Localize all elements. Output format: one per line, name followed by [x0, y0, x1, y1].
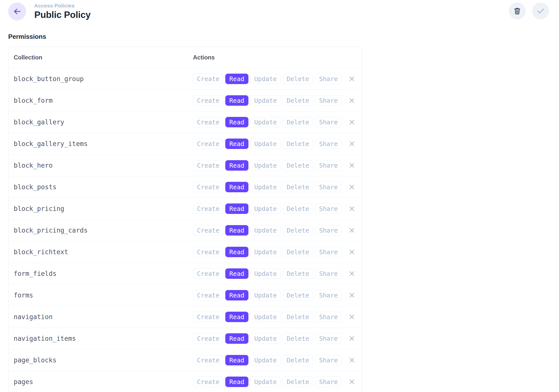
action-create-button[interactable]: Create [193, 268, 223, 279]
action-read-button[interactable]: Read [225, 312, 248, 322]
action-share-button[interactable]: Share [315, 139, 342, 149]
back-button[interactable] [8, 2, 26, 20]
remove-permission-button[interactable] [348, 204, 356, 213]
action-update-button[interactable]: Update [250, 203, 281, 214]
remove-permission-button[interactable] [348, 248, 356, 256]
remove-permission-button[interactable] [348, 269, 356, 278]
action-share-button[interactable]: Share [315, 247, 342, 257]
action-delete-button[interactable]: Delete [283, 268, 313, 279]
action-delete-button[interactable]: Delete [283, 95, 313, 106]
action-delete-button[interactable]: Delete [283, 355, 313, 365]
action-create-button[interactable]: Create [193, 160, 223, 171]
action-read-button[interactable]: Read [225, 117, 248, 127]
action-create-button[interactable]: Create [193, 74, 223, 84]
action-read-button[interactable]: Read [225, 290, 248, 300]
action-update-button[interactable]: Update [250, 74, 281, 84]
action-delete-button[interactable]: Delete [283, 117, 313, 127]
remove-permission-button[interactable] [348, 140, 356, 148]
action-delete-button[interactable]: Delete [283, 203, 313, 214]
action-create-button[interactable]: Create [193, 182, 223, 192]
remove-permission-button[interactable] [348, 161, 356, 170]
action-delete-button[interactable]: Delete [283, 312, 313, 322]
action-share-button[interactable]: Share [315, 312, 342, 322]
remove-permission-button[interactable] [348, 378, 356, 386]
action-share-button[interactable]: Share [315, 117, 342, 127]
action-delete-button[interactable]: Delete [283, 225, 313, 236]
action-read-button[interactable]: Read [225, 74, 248, 84]
action-create-button[interactable]: Create [193, 377, 223, 387]
action-read-button[interactable]: Read [225, 333, 248, 344]
action-read-button[interactable]: Read [225, 160, 248, 171]
action-share-button[interactable]: Share [315, 225, 342, 236]
action-read-button[interactable]: Read [225, 225, 248, 236]
action-update-button[interactable]: Update [250, 117, 281, 127]
action-read-button[interactable]: Read [225, 203, 248, 214]
row-actions: CreateReadUpdateDeleteShare [193, 203, 342, 214]
action-update-button[interactable]: Update [250, 268, 281, 279]
action-update-button[interactable]: Update [250, 377, 281, 387]
action-delete-button[interactable]: Delete [283, 160, 313, 171]
action-share-button[interactable]: Share [315, 203, 342, 214]
action-share-button[interactable]: Share [315, 377, 342, 387]
action-update-button[interactable]: Update [250, 312, 281, 322]
action-share-button[interactable]: Share [315, 95, 342, 106]
action-share-button[interactable]: Share [315, 268, 342, 279]
action-share-button[interactable]: Share [315, 160, 342, 171]
close-icon [348, 292, 356, 299]
action-create-button[interactable]: Create [193, 203, 223, 214]
action-create-button[interactable]: Create [193, 333, 223, 344]
action-update-button[interactable]: Update [250, 182, 281, 192]
action-update-button[interactable]: Update [250, 355, 281, 365]
action-read-button[interactable]: Read [225, 355, 248, 365]
action-share-button[interactable]: Share [315, 333, 342, 344]
remove-permission-button[interactable] [348, 118, 356, 126]
action-delete-button[interactable]: Delete [283, 247, 313, 257]
remove-permission-button[interactable] [348, 96, 356, 105]
row-actions: CreateReadUpdateDeleteShare [193, 182, 342, 192]
action-delete-button[interactable]: Delete [283, 290, 313, 300]
action-update-button[interactable]: Update [250, 95, 281, 106]
action-read-button[interactable]: Read [225, 95, 248, 106]
action-read-button[interactable]: Read [225, 139, 248, 149]
action-create-button[interactable]: Create [193, 225, 223, 236]
action-read-button[interactable]: Read [225, 247, 248, 257]
remove-permission-button[interactable] [348, 291, 356, 299]
action-delete-button[interactable]: Delete [283, 182, 313, 192]
remove-permission-button[interactable] [348, 75, 356, 83]
action-read-button[interactable]: Read [225, 268, 248, 279]
action-update-button[interactable]: Update [250, 247, 281, 257]
action-create-button[interactable]: Create [193, 117, 223, 127]
remove-permission-button[interactable] [348, 313, 356, 321]
action-create-button[interactable]: Create [193, 312, 223, 322]
remove-permission-button[interactable] [348, 356, 356, 364]
action-create-button[interactable]: Create [193, 139, 223, 149]
action-share-button[interactable]: Share [315, 74, 342, 84]
action-share-button[interactable]: Share [315, 290, 342, 300]
remove-permission-button[interactable] [348, 226, 356, 235]
delete-policy-button[interactable] [509, 2, 526, 19]
action-read-button[interactable]: Read [225, 377, 248, 387]
action-read-button[interactable]: Read [225, 182, 248, 192]
remove-permission-button[interactable] [348, 334, 356, 343]
action-create-button[interactable]: Create [193, 355, 223, 365]
action-delete-button[interactable]: Delete [283, 74, 313, 84]
action-delete-button[interactable]: Delete [283, 377, 313, 387]
action-update-button[interactable]: Update [250, 333, 281, 344]
action-update-button[interactable]: Update [250, 290, 281, 300]
action-update-button[interactable]: Update [250, 225, 281, 236]
action-delete-button[interactable]: Delete [283, 333, 313, 344]
save-policy-button[interactable] [532, 2, 549, 19]
collection-name: page_blocks [14, 356, 56, 364]
action-delete-button[interactable]: Delete [283, 139, 313, 149]
close-icon [348, 118, 356, 126]
action-share-button[interactable]: Share [315, 182, 342, 192]
remove-permission-button[interactable] [348, 183, 356, 191]
collection-column-header: Collection [14, 54, 193, 61]
action-share-button[interactable]: Share [315, 355, 342, 365]
action-create-button[interactable]: Create [193, 95, 223, 106]
action-create-button[interactable]: Create [193, 247, 223, 257]
action-update-button[interactable]: Update [250, 160, 281, 171]
action-create-button[interactable]: Create [193, 290, 223, 300]
breadcrumb[interactable]: Access Policies [34, 2, 91, 9]
action-update-button[interactable]: Update [250, 139, 281, 149]
